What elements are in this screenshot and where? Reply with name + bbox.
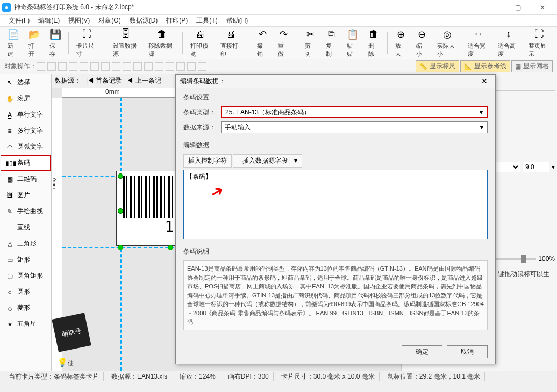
dialog-title: 编辑条码数据： (180, 77, 225, 86)
menu-item[interactable]: 数据源(D) (125, 15, 162, 26)
tool-icon: ★ (5, 321, 14, 328)
toolbar-icon: ⧉ (325, 28, 338, 41)
font-size-input[interactable] (523, 162, 549, 172)
toolbar-适合宽度[interactable]: ↔适合宽度 (463, 27, 493, 59)
barcode-data-textarea[interactable]: 【条码】 ➔ (183, 170, 488, 239)
status-datasource: 数据源：EAN13.xls (107, 372, 172, 381)
tool-圆角矩形[interactable]: ▢圆角矩形 (1, 268, 51, 284)
tool-手绘曲线[interactable]: ✎手绘曲线 (1, 204, 51, 219)
toolbar-保存[interactable]: 💾保存 (45, 27, 65, 59)
toolbar-直接打印[interactable]: 🖨直接打印 (216, 27, 246, 59)
edit-barcode-dialog: 编辑条码数据： ✕ 条码设置 条码类型： 25. EAN-13（标准商品条码）▼… (175, 74, 496, 364)
selection-handle[interactable] (168, 245, 173, 250)
toolbar-剪切[interactable]: ✂剪切 (301, 27, 320, 59)
tool-icon: ○ (5, 288, 14, 296)
tool-icon: A̲ (5, 111, 14, 119)
menu-item[interactable]: 对象(O) (94, 15, 125, 26)
data-source-combo[interactable]: 手动输入▼ (221, 121, 488, 133)
tool-条码[interactable]: ▮▯▮条码 (1, 155, 51, 171)
toolbar-卡片尺寸[interactable]: ⛶卡片尺寸 (72, 27, 102, 59)
close-button[interactable]: ✕ (530, 0, 555, 15)
tool-滚屏[interactable]: ✋滚屏 (1, 91, 51, 106)
object-ops-label: 对象操作： (4, 62, 37, 71)
menu-item[interactable]: 视图(V) (64, 15, 94, 26)
toolbar-整页显示[interactable]: ⛶整页显示 (524, 27, 554, 59)
toolbar-实际大小[interactable]: ◎实际大小 (433, 27, 462, 59)
toolbar-撤销[interactable]: ↶撤销 (253, 27, 273, 59)
first-record-button[interactable]: |◀ 首条记录 (86, 76, 122, 85)
tool-icon: ▩ (5, 176, 14, 183)
tool-直线[interactable]: ─直线 (1, 220, 51, 235)
tool-圆弧文字[interactable]: ◠圆弧文字 (1, 139, 51, 155)
tool-图片[interactable]: 🖼图片 (1, 187, 51, 203)
selection-handle[interactable] (118, 245, 123, 250)
tool-单行文字[interactable]: A̲单行文字 (1, 107, 51, 122)
menu-item[interactable]: 文件(F) (4, 15, 34, 26)
toolbar-缩小[interactable]: ⊖缩小 (412, 27, 432, 59)
tool-icon: ◠ (5, 143, 14, 151)
toolbar-删除[interactable]: 🗑删除 (364, 27, 384, 59)
barcode-type-combo[interactable]: 25. EAN-13（标准商品条码）▼ (221, 106, 488, 118)
toolbar-设置数据源[interactable]: 🗄设置数据源 (109, 27, 143, 59)
insert-field-button[interactable]: 插入数据源字段 ▾ (233, 154, 302, 168)
toolbar-新建[interactable]: 📄新建 (3, 27, 23, 59)
tool-菱形[interactable]: ◇菱形 (1, 300, 51, 316)
toggle-icon: ▦ (515, 63, 521, 70)
minimize-button[interactable]: — (481, 0, 505, 15)
menu-item[interactable]: 打印(P) (162, 15, 192, 26)
tool-多行文字[interactable]: ≡多行文字 (1, 123, 51, 139)
toolbar-icon: ↷ (277, 28, 290, 41)
tool-二维码[interactable]: ▩二维码 (1, 171, 51, 187)
ok-button[interactable]: 确定 (402, 345, 442, 358)
insert-control-char-button[interactable]: 插入控制字符 (183, 154, 232, 168)
barcode-type-label: 条码类型： (183, 108, 221, 117)
tool-选择[interactable]: ↖选择 (1, 75, 51, 90)
toolbar-复制[interactable]: ⧉复制 (322, 27, 341, 59)
toggle-显示标尺[interactable]: 📏显示标尺 (416, 60, 459, 72)
toolbar-icon: ↶ (256, 28, 269, 41)
toolbar-icon: 🗑 (367, 28, 380, 41)
tool-icon: ◇ (5, 304, 14, 312)
maximize-button[interactable]: ▢ (505, 0, 530, 15)
tool-矩形[interactable]: ▭矩形 (1, 252, 51, 267)
tool-圆形[interactable]: ○圆形 (1, 284, 51, 300)
tool-icon: 🖼 (5, 192, 14, 199)
toggle-显示参考线[interactable]: 📐显示参考线 (460, 60, 510, 72)
toolbar-打开[interactable]: 📂打开 (24, 27, 44, 59)
dialog-titlebar[interactable]: 编辑条码数据： ✕ (176, 75, 495, 88)
toolbar-icon: ↔ (472, 28, 484, 41)
toolbar-icon: ⊖ (415, 28, 428, 41)
menu-item[interactable]: 工具(T) (192, 15, 222, 26)
thumbnail-preview: 明珠号 (52, 313, 91, 352)
menu-item[interactable]: 帮助(H) (222, 15, 253, 26)
ds-label: 数据源： (55, 76, 81, 85)
toolbar-移除数据源[interactable]: 🗑移除数据源 (144, 27, 178, 59)
main-toolbar: 📄新建📂打开💾保存⛶卡片尺寸🗄设置数据源🗑移除数据源🖨打印预览🖨直接打印↶撤销↷… (0, 27, 557, 59)
status-mouse: 鼠标位置：29.2 毫米，10.1 毫米 (383, 372, 485, 381)
group-barcode-desc: 条码说明 (183, 247, 488, 256)
toolbar-打印预览[interactable]: 🖨打印预览 (186, 27, 216, 59)
tool-三角形[interactable]: △三角形 (1, 236, 51, 251)
tool-icon: △ (5, 240, 14, 248)
selection-handle[interactable] (118, 173, 123, 179)
cancel-button[interactable]: 取消 (447, 345, 488, 358)
selection-handle[interactable] (118, 208, 123, 214)
group-barcode-settings: 条码设置 (183, 93, 488, 102)
toolbar-icon: 🖨 (194, 28, 207, 41)
tool-icon: ─ (5, 224, 14, 231)
prev-record-button[interactable]: ◀ 上一条记 (127, 76, 161, 85)
object-toolbar: 对象操作： 📏显示标尺📐显示参考线▦显示网格 (0, 59, 557, 74)
tool-icon: ✎ (5, 208, 14, 215)
toolbar-粘贴[interactable]: 📋粘贴 (342, 27, 362, 59)
tip-bulb-icon[interactable]: 💡使 (57, 357, 74, 367)
toolbar-适合高度[interactable]: ↕适合高度 (494, 27, 523, 59)
window-title: 神奇条码标签打印系统 6.0 - 未命名2.lbcp* (14, 3, 481, 12)
menu-item[interactable]: 编辑(E) (34, 15, 64, 26)
toggle-显示网格[interactable]: ▦显示网格 (511, 60, 553, 72)
toolbar-放大[interactable]: ⊕放大 (391, 27, 411, 59)
toolbar-icon: ◎ (441, 28, 454, 41)
toolbar-重做[interactable]: ↷重做 (274, 27, 294, 59)
tool-五角星[interactable]: ★五角星 (1, 316, 51, 332)
toolbar-icon: 📋 (346, 28, 359, 41)
dialog-close-button[interactable]: ✕ (478, 77, 491, 85)
